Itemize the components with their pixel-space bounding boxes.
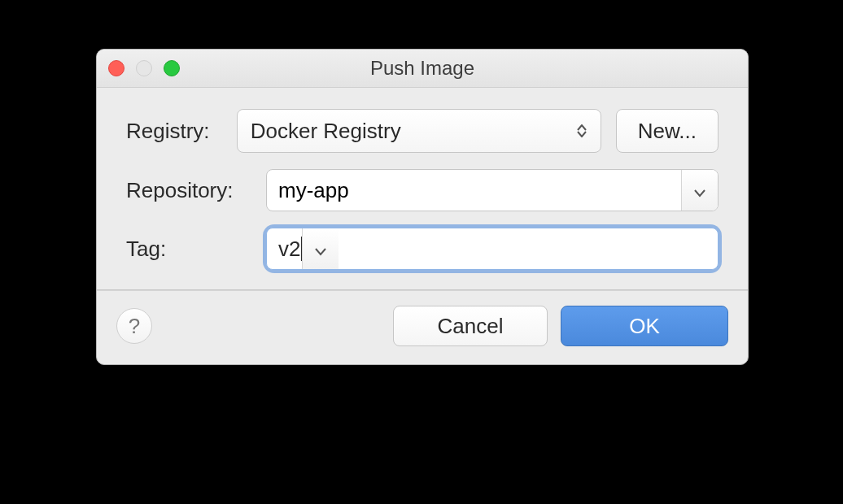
close-window-button[interactable] [108, 60, 124, 76]
push-image-dialog: Push Image Registry: Docker Registry New… [96, 49, 749, 365]
cancel-button[interactable]: Cancel [393, 306, 548, 346]
repository-combo[interactable] [266, 169, 719, 211]
tag-input-value: v2 [278, 237, 300, 262]
repository-input[interactable] [267, 170, 681, 211]
tag-focus-ring: v2 [266, 228, 719, 270]
cancel-button-label: Cancel [438, 314, 504, 339]
repository-label: Repository: [126, 178, 266, 203]
dialog-footer: ? Cancel OK [97, 291, 748, 364]
ok-button[interactable]: OK [561, 306, 728, 346]
registry-select[interactable]: Docker Registry [237, 109, 601, 153]
tag-row: Tag: v2 [126, 228, 719, 270]
new-registry-button-label: New... [638, 119, 697, 144]
window-title: Push Image [370, 57, 474, 79]
tag-label: Tag: [126, 237, 266, 262]
tag-combo[interactable]: v2 [266, 228, 719, 270]
tag-input[interactable]: v2 [267, 228, 302, 269]
repository-row: Repository: [126, 169, 719, 211]
zoom-window-button[interactable] [164, 60, 180, 76]
tag-dropdown-button[interactable] [302, 228, 339, 269]
registry-select-value: Docker Registry [251, 119, 574, 144]
chevron-down-icon [315, 237, 326, 262]
registry-label: Registry: [126, 119, 237, 144]
new-registry-button[interactable]: New... [616, 109, 719, 153]
chevron-down-icon [694, 178, 705, 203]
repository-dropdown-button[interactable] [681, 170, 718, 211]
titlebar: Push Image [97, 50, 748, 88]
registry-row: Registry: Docker Registry New... [126, 109, 719, 153]
help-icon: ? [129, 314, 140, 339]
help-button[interactable]: ? [116, 308, 152, 344]
updown-icon [574, 124, 589, 137]
dialog-body: Registry: Docker Registry New... Reposit… [97, 88, 748, 289]
minimize-window-button [136, 60, 152, 76]
window-controls [108, 50, 180, 87]
ok-button-label: OK [629, 314, 660, 339]
